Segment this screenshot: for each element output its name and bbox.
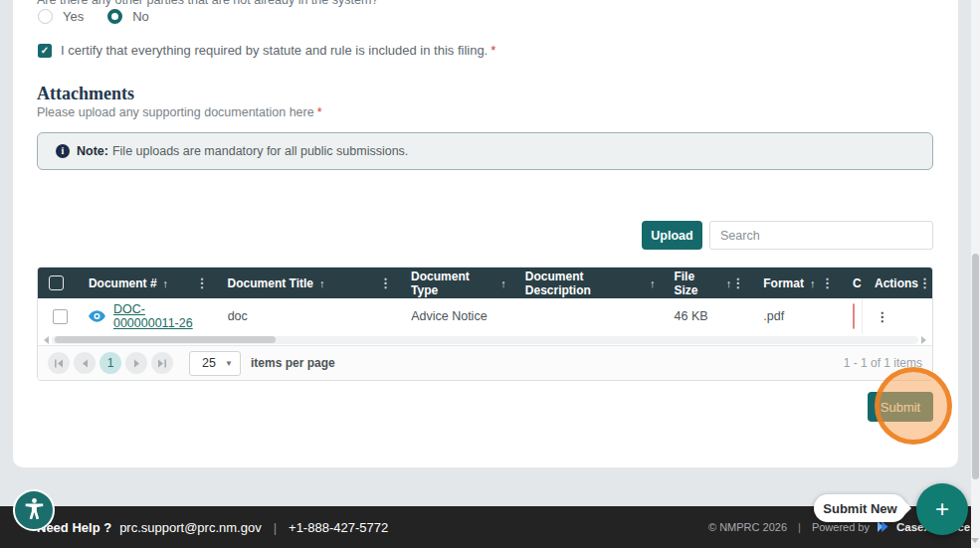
- note-text: File uploads are mandatory for all publi…: [112, 144, 408, 158]
- support-email-link[interactable]: prc.support@prc.nm.gov: [119, 520, 262, 535]
- note-banner: i Note: File uploads are mandatory for a…: [37, 132, 933, 170]
- document-number-link[interactable]: DOC-000000011-26: [113, 302, 209, 330]
- radio-yes[interactable]: [38, 9, 53, 24]
- filing-form-card: Are there any other parties that are not…: [13, 0, 958, 467]
- search-input[interactable]: [709, 221, 933, 250]
- format-cell: .pdf: [750, 298, 840, 334]
- row-actions-cell: ⋮: [862, 298, 932, 334]
- row-checkbox[interactable]: [53, 309, 68, 324]
- column-actions[interactable]: Actions ⋮: [862, 268, 932, 298]
- parties-radio-group: Yes No: [38, 9, 163, 24]
- page-scrollbar[interactable]: [971, 0, 980, 548]
- note-label: Note:: [77, 144, 108, 158]
- items-per-page-label: items per page: [251, 356, 335, 370]
- chevron-down-icon: ▼: [225, 359, 233, 368]
- column-document-number[interactable]: Document # ↑ ⋮: [76, 268, 215, 298]
- accessibility-icon: [22, 496, 47, 525]
- select-all-checkbox[interactable]: [49, 275, 64, 290]
- scroll-left-icon[interactable]: [44, 336, 49, 344]
- sort-asc-icon[interactable]: ↑: [650, 277, 656, 289]
- parties-question-label: Are there any other parties that are not…: [37, 0, 386, 7]
- table-header-row: Document # ↑ ⋮ Document Title ↑ ⋮ Docume…: [38, 268, 932, 298]
- document-number-cell: DOC-000000011-26: [76, 298, 215, 334]
- attachments-subtitle: Please upload any supporting documentati…: [37, 105, 322, 119]
- accessibility-button[interactable]: [13, 489, 55, 531]
- sort-asc-icon[interactable]: ↑: [163, 277, 169, 289]
- horizontal-scroll-thumb[interactable]: [55, 336, 276, 343]
- footer-help: Need Help ? prc.support@prc.nm.gov | +1-…: [37, 520, 388, 535]
- first-page-button[interactable]: [48, 352, 70, 374]
- row-menu-icon[interactable]: ⋮: [876, 309, 889, 324]
- plus-icon: +: [935, 495, 949, 522]
- horizontal-scroll-track[interactable]: [52, 336, 918, 344]
- column-document-title[interactable]: Document Title ↑ ⋮: [215, 268, 399, 298]
- pagination-bar: 1 25 ▼ items per page 1 - 1 of 1 items: [38, 345, 932, 380]
- powered-by-label: Powered by: [812, 521, 870, 533]
- check-icon: ✓: [41, 45, 49, 56]
- document-title-cell: doc: [215, 298, 399, 334]
- scroll-right-icon[interactable]: [921, 336, 926, 344]
- eye-icon[interactable]: [89, 310, 105, 322]
- column-truncated: C: [840, 268, 862, 298]
- footer-divider: |: [274, 520, 277, 535]
- column-document-type[interactable]: Document Type ↑: [398, 268, 512, 298]
- truncated-action-cell: [840, 298, 862, 334]
- copyright-label: © NMPRC 2026: [708, 521, 787, 533]
- row-select-cell: [38, 298, 76, 334]
- file-size-cell: 46 KB: [662, 298, 751, 334]
- delete-button-partial[interactable]: [853, 303, 855, 329]
- submit-button[interactable]: Submit: [868, 392, 933, 422]
- column-menu-icon[interactable]: ⋮: [379, 275, 392, 290]
- radio-yes-label[interactable]: Yes: [63, 9, 84, 24]
- document-description-cell: [512, 298, 662, 334]
- horizontal-scrollbar: [38, 334, 932, 345]
- certify-checkbox[interactable]: ✓: [38, 44, 52, 58]
- radio-no-label[interactable]: No: [132, 9, 149, 24]
- add-new-fab-button[interactable]: +: [916, 483, 968, 535]
- table-row: DOC-000000011-26 doc Advice Notice 46 KB…: [38, 298, 932, 334]
- items-range-label: 1 - 1 of 1 items: [844, 356, 922, 370]
- page-scrollbar-thumb[interactable]: [972, 254, 979, 479]
- certify-label: I certify that everything required by st…: [61, 43, 495, 58]
- column-menu-icon[interactable]: ⋮: [918, 275, 931, 290]
- radio-no[interactable]: [107, 9, 122, 24]
- column-menu-icon[interactable]: ⋮: [731, 275, 744, 290]
- column-file-size[interactable]: File Size ↑ ⋮: [661, 268, 750, 298]
- column-document-description[interactable]: Document Description ↑: [512, 268, 662, 298]
- certify-row: ✓ I certify that everything required by …: [38, 43, 495, 58]
- column-menu-icon[interactable]: ⋮: [821, 275, 834, 290]
- page-size-select[interactable]: 25 ▼: [189, 351, 241, 376]
- sort-asc-icon[interactable]: ↑: [500, 277, 506, 289]
- sort-asc-icon[interactable]: ↑: [319, 277, 325, 289]
- submit-new-tooltip[interactable]: Submit New: [814, 494, 906, 522]
- sort-asc-icon[interactable]: ↑: [810, 277, 816, 289]
- casexellence-logo-icon: [877, 521, 889, 534]
- column-format[interactable]: Format ↑ ⋮: [750, 268, 840, 298]
- document-type-cell: Advice Notice: [398, 298, 512, 334]
- info-icon: i: [56, 144, 70, 158]
- footer-divider: |: [798, 521, 801, 533]
- upload-button[interactable]: Upload: [642, 221, 702, 250]
- current-page-button[interactable]: 1: [99, 352, 121, 374]
- select-all-cell: [38, 268, 76, 298]
- next-page-button[interactable]: [125, 352, 147, 374]
- support-phone: +1-888-427-5772: [289, 520, 388, 535]
- column-menu-icon[interactable]: ⋮: [196, 275, 209, 290]
- scrollbar-down-icon[interactable]: [971, 538, 979, 543]
- last-page-button[interactable]: [151, 352, 173, 374]
- documents-table: Document # ↑ ⋮ Document Title ↑ ⋮ Docume…: [37, 267, 933, 381]
- attachments-heading: Attachments: [37, 84, 134, 104]
- previous-page-button[interactable]: [74, 352, 96, 374]
